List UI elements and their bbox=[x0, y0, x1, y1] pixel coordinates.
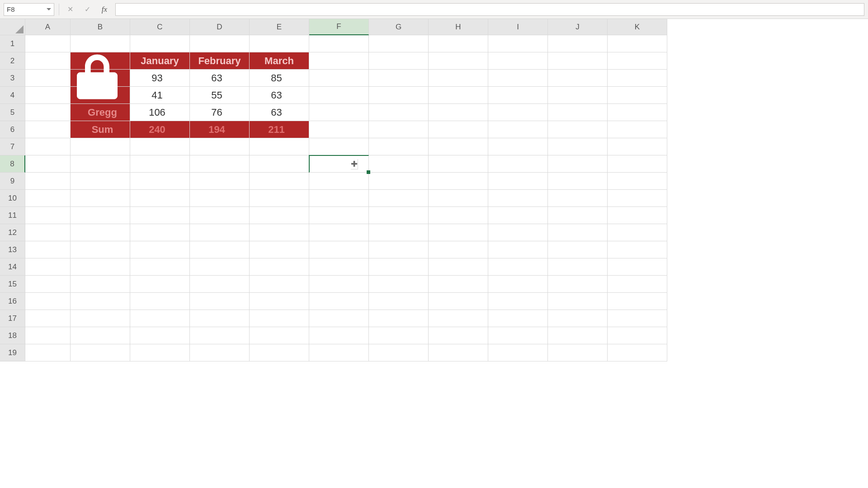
cell-K6[interactable] bbox=[608, 121, 667, 138]
cell-K16[interactable] bbox=[608, 293, 667, 310]
enter-button[interactable]: ✓ bbox=[81, 3, 94, 16]
cell-I18[interactable] bbox=[488, 327, 548, 344]
table-sum-value[interactable]: 194 bbox=[190, 121, 250, 138]
cell-D18[interactable] bbox=[190, 327, 250, 344]
cell-A1[interactable] bbox=[25, 35, 71, 52]
cell-F2[interactable] bbox=[309, 52, 369, 70]
row-header-15[interactable]: 15 bbox=[0, 276, 25, 293]
cell-H1[interactable] bbox=[429, 35, 488, 52]
cell-K17[interactable] bbox=[608, 310, 667, 327]
cell-F18[interactable] bbox=[309, 327, 369, 344]
cell-A8[interactable] bbox=[25, 155, 71, 173]
cell-I2[interactable] bbox=[488, 52, 548, 70]
table-cell[interactable]: 85 bbox=[250, 70, 309, 87]
row-header-3[interactable]: 3 bbox=[0, 70, 25, 87]
cell-C16[interactable] bbox=[130, 293, 190, 310]
cell-H4[interactable] bbox=[429, 87, 488, 104]
table-corner[interactable] bbox=[71, 52, 130, 70]
cell-A19[interactable] bbox=[25, 344, 71, 361]
cell-F16[interactable] bbox=[309, 293, 369, 310]
cell-K14[interactable] bbox=[608, 258, 667, 276]
cell-J1[interactable] bbox=[548, 35, 608, 52]
cell-H11[interactable] bbox=[429, 207, 488, 224]
cell-B19[interactable] bbox=[71, 344, 130, 361]
cell-K1[interactable] bbox=[608, 35, 667, 52]
cell-J14[interactable] bbox=[548, 258, 608, 276]
table-row-label[interactable]: John bbox=[71, 70, 130, 87]
cell-C19[interactable] bbox=[130, 344, 190, 361]
cell-F7[interactable] bbox=[309, 138, 369, 155]
cell-A18[interactable] bbox=[25, 327, 71, 344]
cell-K13[interactable] bbox=[608, 241, 667, 258]
cell-I12[interactable] bbox=[488, 224, 548, 241]
cell-G15[interactable] bbox=[369, 276, 429, 293]
cell-F8[interactable] bbox=[309, 155, 369, 173]
cell-H19[interactable] bbox=[429, 344, 488, 361]
cell-B9[interactable] bbox=[71, 173, 130, 190]
cell-H2[interactable] bbox=[429, 52, 488, 70]
column-header-D[interactable]: D bbox=[190, 19, 250, 35]
cell-I8[interactable] bbox=[488, 155, 548, 173]
cell-F10[interactable] bbox=[309, 190, 369, 207]
cell-E19[interactable] bbox=[250, 344, 309, 361]
cell-D17[interactable] bbox=[190, 310, 250, 327]
cell-J12[interactable] bbox=[548, 224, 608, 241]
column-header-C[interactable]: C bbox=[130, 19, 190, 35]
cell-A16[interactable] bbox=[25, 293, 71, 310]
cell-J11[interactable] bbox=[548, 207, 608, 224]
cell-I13[interactable] bbox=[488, 241, 548, 258]
cell-D9[interactable] bbox=[190, 173, 250, 190]
cell-G13[interactable] bbox=[369, 241, 429, 258]
cell-B16[interactable] bbox=[71, 293, 130, 310]
cell-B1[interactable] bbox=[71, 35, 130, 52]
cell-E15[interactable] bbox=[250, 276, 309, 293]
cell-I4[interactable] bbox=[488, 87, 548, 104]
table-row-label[interactable]: Lana bbox=[71, 87, 130, 104]
cell-E13[interactable] bbox=[250, 241, 309, 258]
column-header-F[interactable]: F bbox=[309, 19, 369, 35]
cell-G4[interactable] bbox=[369, 87, 429, 104]
cell-B10[interactable] bbox=[71, 190, 130, 207]
table-cell[interactable]: 55 bbox=[190, 87, 250, 104]
row-header-7[interactable]: 7 bbox=[0, 138, 25, 155]
row-header-6[interactable]: 6 bbox=[0, 121, 25, 138]
cell-E16[interactable] bbox=[250, 293, 309, 310]
cell-A14[interactable] bbox=[25, 258, 71, 276]
cell-C8[interactable] bbox=[130, 155, 190, 173]
cell-I16[interactable] bbox=[488, 293, 548, 310]
cell-K12[interactable] bbox=[608, 224, 667, 241]
cell-F6[interactable] bbox=[309, 121, 369, 138]
cell-A12[interactable] bbox=[25, 224, 71, 241]
cell-J13[interactable] bbox=[548, 241, 608, 258]
column-header-A[interactable]: A bbox=[25, 19, 71, 35]
cell-I3[interactable] bbox=[488, 70, 548, 87]
cell-E12[interactable] bbox=[250, 224, 309, 241]
cell-A15[interactable] bbox=[25, 276, 71, 293]
cell-J9[interactable] bbox=[548, 173, 608, 190]
cell-A2[interactable] bbox=[25, 52, 71, 70]
cell-C15[interactable] bbox=[130, 276, 190, 293]
cell-C18[interactable] bbox=[130, 327, 190, 344]
cell-D7[interactable] bbox=[190, 138, 250, 155]
cell-G9[interactable] bbox=[369, 173, 429, 190]
cell-J16[interactable] bbox=[548, 293, 608, 310]
cell-G5[interactable] bbox=[369, 104, 429, 121]
column-header-I[interactable]: I bbox=[488, 19, 548, 35]
table-sum-label[interactable]: Sum bbox=[71, 121, 130, 138]
cell-K4[interactable] bbox=[608, 87, 667, 104]
cell-D16[interactable] bbox=[190, 293, 250, 310]
cell-F17[interactable] bbox=[309, 310, 369, 327]
cell-D12[interactable] bbox=[190, 224, 250, 241]
row-header-1[interactable]: 1 bbox=[0, 35, 25, 52]
cell-I14[interactable] bbox=[488, 258, 548, 276]
cell-K11[interactable] bbox=[608, 207, 667, 224]
cell-J15[interactable] bbox=[548, 276, 608, 293]
cell-K10[interactable] bbox=[608, 190, 667, 207]
row-header-11[interactable]: 11 bbox=[0, 207, 25, 224]
cell-F3[interactable] bbox=[309, 70, 369, 87]
cell-D13[interactable] bbox=[190, 241, 250, 258]
cell-K19[interactable] bbox=[608, 344, 667, 361]
cell-G12[interactable] bbox=[369, 224, 429, 241]
row-header-2[interactable]: 2 bbox=[0, 52, 25, 70]
cell-K18[interactable] bbox=[608, 327, 667, 344]
